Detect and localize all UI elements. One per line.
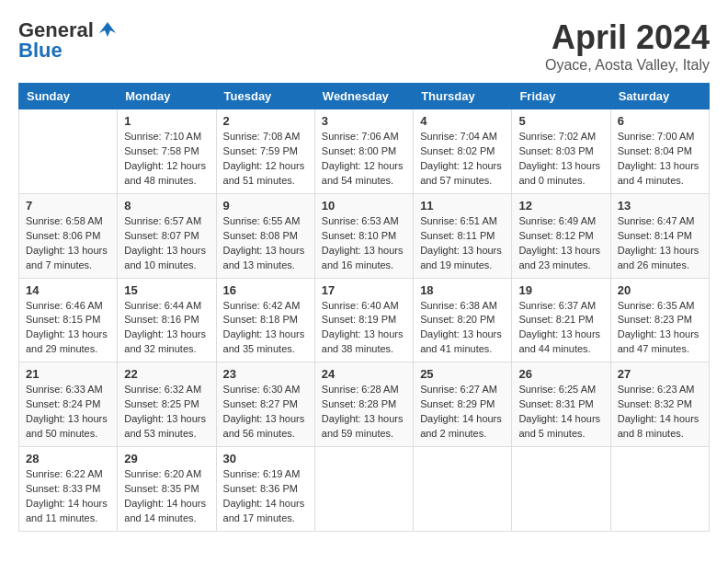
- cell-info: Sunrise: 6:44 AM Sunset: 8:16 PM Dayligh…: [124, 299, 209, 358]
- day-number: 29: [124, 452, 209, 465]
- logo: General Blue: [18, 18, 118, 63]
- cell-info: Sunrise: 6:32 AM Sunset: 8:25 PM Dayligh…: [124, 383, 209, 442]
- day-number: 22: [124, 367, 209, 381]
- day-number: 12: [518, 199, 603, 213]
- cell-info: Sunrise: 6:38 AM Sunset: 8:20 PM Dayligh…: [420, 299, 505, 358]
- day-number: 17: [322, 283, 406, 297]
- cell-info: Sunrise: 6:35 AM Sunset: 8:23 PM Dayligh…: [618, 299, 702, 358]
- day-number: 11: [420, 199, 505, 213]
- day-number: 2: [223, 114, 308, 128]
- day-number: 19: [518, 283, 603, 297]
- calendar-cell: 16Sunrise: 6:42 AM Sunset: 8:18 PM Dayli…: [216, 278, 314, 362]
- day-number: 9: [223, 199, 308, 213]
- cell-info: Sunrise: 6:23 AM Sunset: 8:32 PM Dayligh…: [618, 383, 702, 442]
- logo-bird-icon: [97, 20, 118, 40]
- day-number: 5: [518, 114, 603, 128]
- calendar-cell: 13Sunrise: 6:47 AM Sunset: 8:14 PM Dayli…: [610, 193, 709, 278]
- calendar-cell: 4Sunrise: 7:04 AM Sunset: 8:02 PM Daylig…: [414, 109, 512, 194]
- calendar-cell: 27Sunrise: 6:23 AM Sunset: 8:32 PM Dayli…: [610, 362, 709, 447]
- cell-info: Sunrise: 7:00 AM Sunset: 8:04 PM Dayligh…: [618, 130, 702, 189]
- calendar-cell: 24Sunrise: 6:28 AM Sunset: 8:28 PM Dayli…: [314, 362, 413, 447]
- cell-info: Sunrise: 6:33 AM Sunset: 8:24 PM Dayligh…: [26, 383, 110, 442]
- logo-blue-text: Blue: [18, 39, 63, 63]
- calendar-cell: 1Sunrise: 7:10 AM Sunset: 7:58 PM Daylig…: [118, 109, 216, 194]
- calendar-cell: 25Sunrise: 6:27 AM Sunset: 8:29 PM Dayli…: [414, 362, 512, 447]
- cell-info: Sunrise: 6:51 AM Sunset: 8:11 PM Dayligh…: [420, 214, 505, 273]
- calendar-cell: [512, 447, 610, 532]
- cell-info: Sunrise: 6:20 AM Sunset: 8:35 PM Dayligh…: [124, 467, 209, 526]
- calendar-cell: 30Sunrise: 6:19 AM Sunset: 8:36 PM Dayli…: [216, 447, 314, 532]
- day-number: 10: [322, 199, 406, 213]
- calendar-cell: [314, 447, 413, 532]
- day-number: 25: [420, 367, 505, 381]
- day-number: 28: [26, 452, 110, 465]
- day-number: 7: [26, 199, 110, 213]
- cell-info: Sunrise: 7:08 AM Sunset: 7:59 PM Dayligh…: [223, 130, 308, 189]
- month-title: April 2024: [545, 18, 710, 57]
- calendar-cell: 20Sunrise: 6:35 AM Sunset: 8:23 PM Dayli…: [610, 278, 709, 362]
- day-number: 14: [26, 283, 110, 297]
- cell-info: Sunrise: 6:42 AM Sunset: 8:18 PM Dayligh…: [223, 299, 308, 358]
- day-number: 16: [223, 283, 308, 297]
- cell-info: Sunrise: 6:55 AM Sunset: 8:08 PM Dayligh…: [223, 214, 308, 273]
- col-header-tuesday: Tuesday: [216, 84, 314, 109]
- calendar-cell: 2Sunrise: 7:08 AM Sunset: 7:59 PM Daylig…: [216, 109, 314, 194]
- col-header-friday: Friday: [512, 84, 610, 109]
- calendar-cell: 9Sunrise: 6:55 AM Sunset: 8:08 PM Daylig…: [216, 193, 314, 278]
- cell-info: Sunrise: 6:22 AM Sunset: 8:33 PM Dayligh…: [26, 467, 110, 526]
- day-number: 15: [124, 283, 209, 297]
- cell-info: Sunrise: 6:58 AM Sunset: 8:06 PM Dayligh…: [26, 214, 110, 273]
- calendar-cell: 26Sunrise: 6:25 AM Sunset: 8:31 PM Dayli…: [512, 362, 610, 447]
- day-number: 24: [322, 367, 406, 381]
- calendar-cell: 7Sunrise: 6:58 AM Sunset: 8:06 PM Daylig…: [19, 193, 118, 278]
- col-header-sunday: Sunday: [19, 84, 118, 109]
- cell-info: Sunrise: 6:46 AM Sunset: 8:15 PM Dayligh…: [26, 299, 110, 358]
- calendar-cell: 23Sunrise: 6:30 AM Sunset: 8:27 PM Dayli…: [216, 362, 314, 447]
- cell-info: Sunrise: 7:02 AM Sunset: 8:03 PM Dayligh…: [518, 130, 603, 189]
- day-number: 4: [420, 114, 505, 128]
- col-header-thursday: Thursday: [414, 84, 512, 109]
- cell-info: Sunrise: 6:47 AM Sunset: 8:14 PM Dayligh…: [618, 214, 702, 273]
- calendar-cell: 8Sunrise: 6:57 AM Sunset: 8:07 PM Daylig…: [118, 193, 216, 278]
- calendar-cell: 6Sunrise: 7:00 AM Sunset: 8:04 PM Daylig…: [610, 109, 709, 194]
- cell-info: Sunrise: 7:04 AM Sunset: 8:02 PM Dayligh…: [420, 130, 505, 189]
- week-row-5: 28Sunrise: 6:22 AM Sunset: 8:33 PM Dayli…: [19, 447, 710, 532]
- day-number: 13: [618, 199, 702, 213]
- cell-info: Sunrise: 6:40 AM Sunset: 8:19 PM Dayligh…: [322, 299, 406, 358]
- cell-info: Sunrise: 6:25 AM Sunset: 8:31 PM Dayligh…: [518, 383, 603, 442]
- week-row-4: 21Sunrise: 6:33 AM Sunset: 8:24 PM Dayli…: [19, 362, 710, 447]
- calendar-cell: 3Sunrise: 7:06 AM Sunset: 8:00 PM Daylig…: [314, 109, 413, 194]
- header-row: SundayMondayTuesdayWednesdayThursdayFrid…: [19, 84, 710, 109]
- calendar-cell: 18Sunrise: 6:38 AM Sunset: 8:20 PM Dayli…: [414, 278, 512, 362]
- week-row-1: 1Sunrise: 7:10 AM Sunset: 7:58 PM Daylig…: [19, 109, 710, 194]
- day-number: 21: [26, 367, 110, 381]
- calendar-cell: 29Sunrise: 6:20 AM Sunset: 8:35 PM Dayli…: [118, 447, 216, 532]
- day-number: 30: [223, 452, 308, 465]
- calendar-cell: 15Sunrise: 6:44 AM Sunset: 8:16 PM Dayli…: [118, 278, 216, 362]
- calendar-cell: 21Sunrise: 6:33 AM Sunset: 8:24 PM Dayli…: [19, 362, 118, 447]
- calendar-cell: 5Sunrise: 7:02 AM Sunset: 8:03 PM Daylig…: [512, 109, 610, 194]
- cell-info: Sunrise: 6:28 AM Sunset: 8:28 PM Dayligh…: [322, 383, 406, 442]
- day-number: 27: [618, 367, 702, 381]
- header: General Blue April 2024 Oyace, Aosta Val…: [18, 18, 710, 74]
- day-number: 8: [124, 199, 209, 213]
- calendar-table: SundayMondayTuesdayWednesdayThursdayFrid…: [18, 83, 710, 532]
- calendar-cell: 14Sunrise: 6:46 AM Sunset: 8:15 PM Dayli…: [19, 278, 118, 362]
- day-number: 6: [618, 114, 702, 128]
- col-header-saturday: Saturday: [610, 84, 709, 109]
- calendar-cell: 11Sunrise: 6:51 AM Sunset: 8:11 PM Dayli…: [414, 193, 512, 278]
- cell-info: Sunrise: 6:53 AM Sunset: 8:10 PM Dayligh…: [322, 214, 406, 273]
- calendar-cell: 10Sunrise: 6:53 AM Sunset: 8:10 PM Dayli…: [314, 193, 413, 278]
- calendar-cell: [414, 447, 512, 532]
- cell-info: Sunrise: 7:06 AM Sunset: 8:00 PM Dayligh…: [322, 130, 406, 189]
- day-number: 23: [223, 367, 308, 381]
- day-number: 3: [322, 114, 406, 128]
- cell-info: Sunrise: 6:30 AM Sunset: 8:27 PM Dayligh…: [223, 383, 308, 442]
- calendar-cell: 19Sunrise: 6:37 AM Sunset: 8:21 PM Dayli…: [512, 278, 610, 362]
- calendar-cell: 12Sunrise: 6:49 AM Sunset: 8:12 PM Dayli…: [512, 193, 610, 278]
- day-number: 1: [124, 114, 209, 128]
- col-header-monday: Monday: [118, 84, 216, 109]
- cell-info: Sunrise: 6:57 AM Sunset: 8:07 PM Dayligh…: [124, 214, 209, 273]
- col-header-wednesday: Wednesday: [314, 84, 413, 109]
- week-row-3: 14Sunrise: 6:46 AM Sunset: 8:15 PM Dayli…: [19, 278, 710, 362]
